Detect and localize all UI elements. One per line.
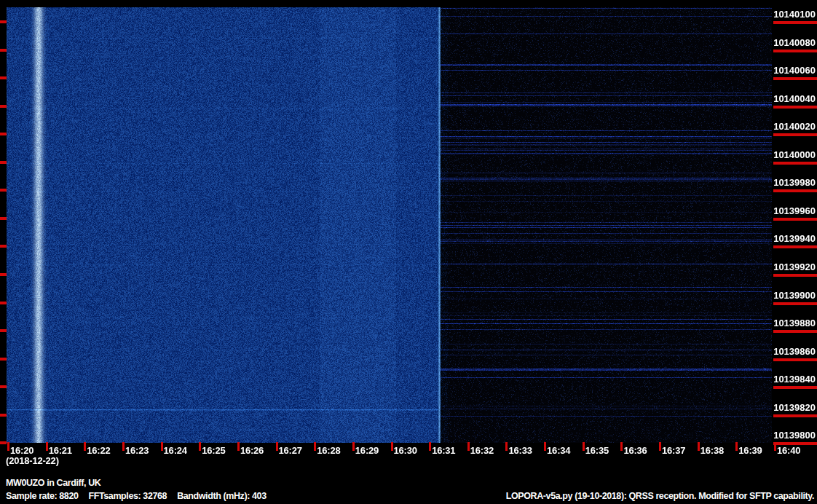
sample-rate-label: Sample rate: 8820 [6,491,79,501]
time-tick-label: 16:36 [623,446,647,455]
frequency-tick-bar [773,133,817,136]
time-tick [698,442,700,451]
time-tick [352,442,355,451]
frequency-tick-bar [773,77,817,80]
frequency-tick-label: 10139840 [757,374,816,385]
time-tick-label: 16:35 [585,446,609,455]
time-tick [620,442,623,451]
left-frequency-tick [0,414,7,417]
time-tick [467,442,470,451]
left-frequency-tick [0,245,7,248]
frequency-tick-bar [773,162,817,165]
left-frequency-tick [0,217,7,220]
time-tick-label: 16:34 [547,446,570,455]
frequency-tick-bar [773,414,817,417]
time-tick [46,442,48,451]
time-tick-label: 16:20 [10,446,33,455]
time-tick [505,442,508,451]
station-label: MW0UZO in Cardiff, UK [6,478,100,488]
frequency-tick-label: 10140000 [757,150,816,160]
left-frequency-tick [0,189,7,192]
frequency-tick-bar [773,274,817,277]
time-tick-label: 16:33 [508,446,532,455]
left-frequency-tick [0,273,7,276]
time-tick-label: 16:27 [279,446,302,455]
frequency-tick-label: 10140080 [757,38,816,48]
bandwidth-label: Bandwidth (mHz): 403 [177,491,267,501]
left-frequency-tick [0,20,7,23]
time-tick [7,442,9,451]
time-tick [544,442,546,451]
frequency-tick-bar [773,189,817,192]
frequency-tick-label: 10139960 [757,206,816,216]
fft-samples-label: FFTsamples: 32768 [89,491,167,501]
frequency-tick-bar [773,302,817,305]
left-frequency-tick [0,385,7,388]
frequency-tick-label: 10139920 [757,262,816,272]
time-tick-label: 16:30 [394,446,417,455]
frequency-tick-bar [773,386,817,389]
time-tick-label: 16:21 [49,446,72,455]
frequency-tick-label: 10139880 [757,318,816,328]
time-tick-label: 16:28 [317,446,340,455]
left-frequency-tick [0,329,7,332]
left-frequency-tick [0,76,7,79]
left-frequency-tick [0,105,7,108]
time-tick-label: 16:32 [470,446,494,455]
time-tick-label: 16:23 [125,446,149,455]
frequency-tick-bar [773,330,817,333]
time-tick-label: 16:31 [432,446,455,455]
time-tick [429,442,431,451]
frequency-tick-label: 10140040 [757,94,816,104]
frequency-tick-label: 10139940 [757,234,816,244]
left-frequency-tick [0,441,7,444]
time-tick-label: 16:40 [777,446,800,455]
time-tick [659,442,661,451]
frequency-tick-label: 10139980 [757,178,816,188]
frequency-tick-bar [773,245,817,248]
time-tick [84,442,86,451]
time-tick [314,442,316,451]
capture-settings: Sample rate: 8820 FFTsamples: 32768 Band… [6,491,267,501]
software-info-label: LOPORA-v5a.py (19-10-2018): QRSS recepti… [506,491,814,501]
frequency-tick-label: 10139900 [757,291,816,301]
left-frequency-tick [0,161,7,164]
left-frequency-tick [0,133,7,135]
time-tick [199,442,201,451]
time-tick [122,442,125,451]
time-tick-label: 16:26 [240,446,264,455]
time-tick-label: 16:29 [355,446,379,455]
time-tick [391,442,393,451]
time-tick-label: 16:38 [700,446,724,455]
frequency-tick-label: 10140020 [757,122,816,132]
frequency-tick-bar [773,218,817,221]
spectrogram-plot [7,7,772,443]
frequency-tick-label: 10139820 [757,403,816,413]
time-tick-label: 16:24 [164,446,187,455]
frequency-tick-bar [773,358,817,361]
frequency-tick-bar [773,50,817,52]
frequency-tick-bar [773,21,817,24]
frequency-tick-label: 10140100 [757,9,816,20]
time-tick-label: 16:37 [662,446,685,455]
frequency-tick-label: 10139860 [757,347,816,357]
left-frequency-tick [0,49,7,52]
date-label: (2018-12-22) [6,455,59,466]
frequency-tick-label: 10139800 [757,430,816,441]
time-tick [237,442,240,451]
left-frequency-tick [0,302,7,304]
time-tick-label: 16:25 [202,446,225,455]
left-frequency-tick [0,358,7,361]
frequency-tick-bar [773,106,817,109]
time-tick [774,442,776,451]
time-tick [735,442,738,451]
time-tick [583,442,585,451]
time-tick [161,442,163,451]
time-tick [276,442,278,451]
time-tick-label: 16:39 [738,446,762,455]
time-tick-label: 16:22 [87,446,110,455]
frequency-tick-label: 10140060 [757,66,816,76]
qrss-grabber-screen: 1014010010140080101400601014004010140020… [0,0,817,504]
